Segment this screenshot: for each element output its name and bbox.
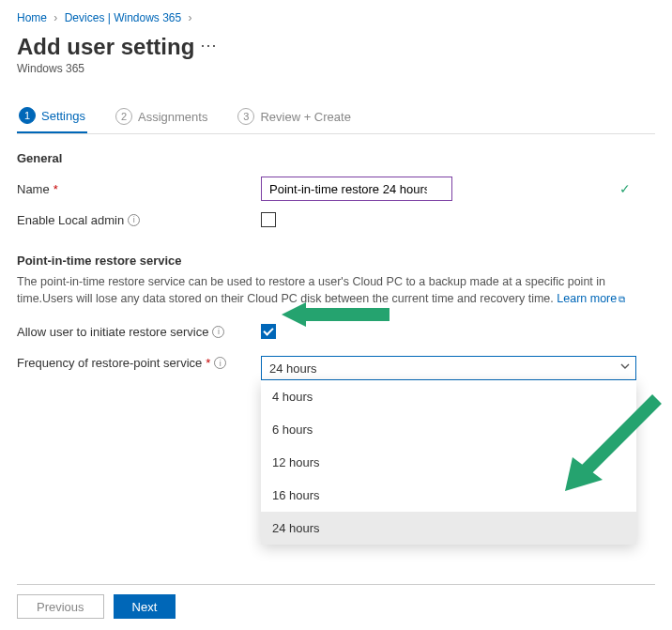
allow-restore-label: Allow user to initiate restore service i (17, 325, 261, 339)
previous-button[interactable]: Previous (17, 594, 104, 619)
frequency-option[interactable]: 4 hours (261, 380, 636, 413)
page-subtitle: Windows 365 (17, 62, 655, 75)
info-icon[interactable]: i (128, 214, 140, 226)
local-admin-label: Enable Local admin i (17, 213, 261, 227)
name-label: Name* (17, 182, 261, 196)
tab-review[interactable]: 3 Review + Create (236, 98, 352, 133)
tab-assignments[interactable]: 2 Assignments (114, 98, 209, 133)
frequency-selected-value: 24 hours (269, 361, 317, 376)
next-button[interactable]: Next (114, 594, 176, 619)
frequency-option[interactable]: 6 hours (261, 413, 636, 446)
breadcrumb-home[interactable]: Home (17, 11, 47, 24)
frequency-dropdown: 4 hours 6 hours 12 hours 16 hours 24 hou… (261, 380, 636, 545)
frequency-option[interactable]: 24 hours (261, 512, 636, 545)
tab-label: Assignments (138, 110, 207, 124)
frequency-option[interactable]: 12 hours (261, 446, 636, 479)
name-input[interactable] (261, 177, 452, 201)
breadcrumb: Home › Devices | Windows 365 › (17, 11, 655, 24)
check-icon: ✓ (619, 181, 631, 196)
chevron-down-icon (619, 361, 631, 375)
tab-label: Settings (41, 109, 85, 123)
frequency-option[interactable]: 16 hours (261, 479, 636, 512)
chevron-right-icon: › (53, 11, 57, 24)
page-title: Add user setting (17, 34, 194, 60)
wizard-footer: Previous Next (17, 584, 655, 619)
external-link-icon: ⧉ (619, 294, 625, 304)
wizard-tabs: 1 Settings 2 Assignments 3 Review + Crea… (17, 98, 655, 134)
restore-description: The point-in-time restore service can be… (17, 273, 636, 307)
frequency-label: Frequency of restore-point service* i (17, 356, 261, 370)
info-icon[interactable]: i (212, 326, 224, 338)
frequency-select[interactable]: 24 hours (261, 356, 636, 380)
breadcrumb-devices[interactable]: Devices | Windows 365 (65, 11, 182, 24)
section-general: General (17, 151, 655, 165)
local-admin-checkbox[interactable] (261, 212, 276, 227)
learn-more-link[interactable]: Learn more⧉ (557, 292, 625, 305)
step-2-icon: 2 (115, 108, 132, 125)
step-1-icon: 1 (19, 107, 36, 124)
tab-settings[interactable]: 1 Settings (17, 98, 87, 133)
allow-restore-checkbox[interactable] (261, 324, 276, 339)
more-icon[interactable]: ⋯ (200, 35, 217, 55)
chevron-right-icon: › (189, 11, 192, 24)
info-icon[interactable]: i (214, 357, 226, 369)
section-restore: Point-in-time restore service (17, 254, 655, 268)
tab-label: Review + Create (260, 110, 350, 124)
step-3-icon: 3 (237, 108, 254, 125)
